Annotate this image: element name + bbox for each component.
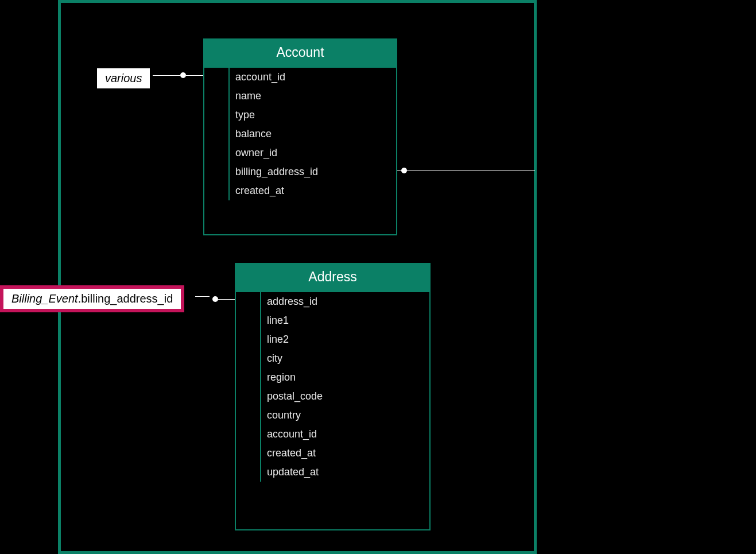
ref-label-various: various (97, 68, 150, 88)
field-name: balance (230, 125, 396, 144)
connector-line (186, 75, 203, 76)
field-name: created_at (261, 444, 429, 463)
table-row: line1 (236, 311, 429, 330)
table-row: FK account_id (236, 425, 429, 444)
key-cell (236, 463, 261, 482)
table-row: postal_code (236, 387, 429, 406)
table-row: created_at (236, 444, 429, 463)
table-row: type (204, 106, 396, 125)
field-name: region (261, 368, 429, 387)
field-name: updated_at (261, 463, 429, 482)
table-row: PK account_id (204, 68, 396, 87)
key-cell (204, 125, 230, 144)
key-cell: FK (204, 144, 230, 162)
table-row: balance (204, 125, 396, 144)
field-name: type (230, 106, 396, 125)
table-row: PK address_id (236, 292, 429, 311)
field-name: owner_id (230, 144, 396, 162)
table-row: name (204, 87, 396, 106)
key-cell (236, 330, 261, 349)
field-name: address_id (261, 292, 429, 311)
table-row: region (236, 368, 429, 387)
entity-account-header: Account (203, 38, 397, 68)
entity-address-header: Address (235, 263, 431, 292)
table-row: country (236, 406, 429, 425)
entity-address-body: PK address_id line1 line2 city reg (235, 292, 431, 530)
key-cell: PK (236, 292, 261, 311)
entity-address: Address PK address_id line1 line2 city (235, 263, 431, 530)
key-cell (236, 349, 261, 368)
key-cell (204, 87, 230, 106)
key-cell (236, 444, 261, 463)
key-cell: PK (204, 68, 230, 87)
connector-line (397, 171, 535, 171)
diagram-canvas: Account PK account_id name type balance (0, 0, 756, 554)
key-cell (236, 387, 261, 406)
outer-frame: Account PK account_id name type balance (58, 0, 537, 554)
connector-line (218, 299, 235, 300)
key-cell (204, 106, 230, 125)
field-name: postal_code (261, 387, 429, 406)
table-row: FK owner_id (204, 144, 396, 162)
field-name: country (261, 406, 429, 425)
field-name: city (261, 349, 429, 368)
connector-dot (180, 72, 186, 78)
entity-account-body: PK account_id name type balance FK (203, 68, 397, 235)
key-cell (236, 406, 261, 425)
table-row: created_at (204, 181, 396, 200)
connector-line (153, 75, 180, 76)
ref-table-name: Billing_Event (11, 292, 78, 305)
key-cell: FK (204, 162, 230, 181)
field-name: account_id (230, 68, 396, 87)
key-cell (236, 368, 261, 387)
table-row: updated_at (236, 463, 429, 482)
ref-label-billing-event: Billing_Event.billing_address_id (0, 285, 184, 312)
key-cell (204, 181, 230, 200)
field-name: name (230, 87, 396, 106)
entity-account: Account PK account_id name type balance (203, 38, 397, 235)
key-cell: FK (236, 425, 261, 444)
key-cell (236, 311, 261, 330)
field-name: created_at (230, 181, 396, 200)
table-row: city (236, 349, 429, 368)
field-name: line1 (261, 311, 429, 330)
table-row: line2 (236, 330, 429, 349)
field-name: account_id (261, 425, 429, 444)
field-name: billing_address_id (230, 162, 396, 181)
field-name: line2 (261, 330, 429, 349)
table-row: FK billing_address_id (204, 162, 396, 181)
ref-column-name: .billing_address_id (78, 292, 173, 305)
connector-dot (212, 296, 218, 302)
connector-line (195, 296, 210, 297)
